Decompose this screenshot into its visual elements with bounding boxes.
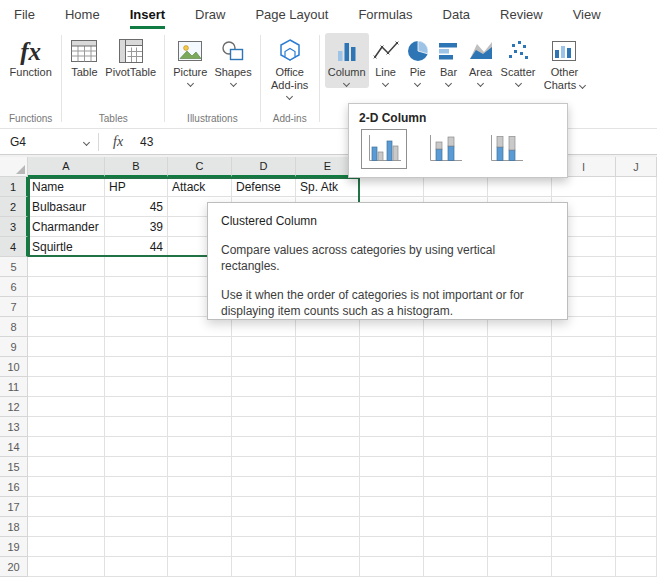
column-header-A[interactable]: A	[28, 157, 105, 177]
cell-A14[interactable]	[28, 437, 105, 457]
row-header-18[interactable]: 18	[0, 517, 28, 537]
cell-H8[interactable]	[488, 317, 552, 337]
cell-H16[interactable]	[488, 477, 552, 497]
cell-B8[interactable]	[105, 317, 168, 337]
tab-draw[interactable]: Draw	[195, 0, 225, 29]
cell-H12[interactable]	[488, 397, 552, 417]
cell-E18[interactable]	[296, 517, 360, 537]
cell-A2[interactable]: Bulbasaur	[28, 197, 105, 217]
cell-I17[interactable]	[552, 497, 616, 517]
cell-J20[interactable]	[616, 557, 657, 577]
office-addins-button[interactable]: Office Add-ins	[266, 33, 314, 101]
row-header-1[interactable]: 1	[0, 177, 28, 197]
cell-D11[interactable]	[232, 377, 296, 397]
cell-A20[interactable]	[28, 557, 105, 577]
row-header-10[interactable]: 10	[0, 357, 28, 377]
cell-E16[interactable]	[296, 477, 360, 497]
cell-E17[interactable]	[296, 497, 360, 517]
cell-I20[interactable]	[552, 557, 616, 577]
cell-F17[interactable]	[360, 497, 424, 517]
cell-G9[interactable]	[424, 337, 488, 357]
cell-J8[interactable]	[616, 317, 657, 337]
cell-C15[interactable]	[168, 457, 232, 477]
cell-C9[interactable]	[168, 337, 232, 357]
cell-A19[interactable]	[28, 537, 105, 557]
cell-F20[interactable]	[360, 557, 424, 577]
cell-J5[interactable]	[616, 257, 657, 277]
cell-C1[interactable]: Attack	[168, 177, 232, 197]
cell-B6[interactable]	[105, 277, 168, 297]
cell-A3[interactable]: Charmander	[28, 217, 105, 237]
cell-B11[interactable]	[105, 377, 168, 397]
cell-E11[interactable]	[296, 377, 360, 397]
cell-F19[interactable]	[360, 537, 424, 557]
cell-G8[interactable]	[424, 317, 488, 337]
cell-G17[interactable]	[424, 497, 488, 517]
cell-B20[interactable]	[105, 557, 168, 577]
cell-H13[interactable]	[488, 417, 552, 437]
cell-E15[interactable]	[296, 457, 360, 477]
row-header-16[interactable]: 16	[0, 477, 28, 497]
row-header-7[interactable]: 7	[0, 297, 28, 317]
cell-J6[interactable]	[616, 277, 657, 297]
cell-F13[interactable]	[360, 417, 424, 437]
cell-F11[interactable]	[360, 377, 424, 397]
row-header-9[interactable]: 9	[0, 337, 28, 357]
cell-A4[interactable]: Squirtle	[28, 237, 105, 257]
cell-I9[interactable]	[552, 337, 616, 357]
cell-J9[interactable]	[616, 337, 657, 357]
column-header-D[interactable]: D	[232, 157, 296, 177]
cell-D8[interactable]	[232, 317, 296, 337]
cell-H14[interactable]	[488, 437, 552, 457]
cell-A11[interactable]	[28, 377, 105, 397]
cell-G1[interactable]	[424, 177, 488, 197]
cell-D18[interactable]	[232, 517, 296, 537]
cell-B17[interactable]	[105, 497, 168, 517]
cell-D16[interactable]	[232, 477, 296, 497]
cell-G11[interactable]	[424, 377, 488, 397]
cell-I14[interactable]	[552, 437, 616, 457]
tab-home[interactable]: Home	[65, 0, 100, 29]
cell-J19[interactable]	[616, 537, 657, 557]
cell-F8[interactable]	[360, 317, 424, 337]
cell-B12[interactable]	[105, 397, 168, 417]
bar-chart-button[interactable]: Bar	[434, 33, 464, 88]
cell-J17[interactable]	[616, 497, 657, 517]
cell-H20[interactable]	[488, 557, 552, 577]
cell-H9[interactable]	[488, 337, 552, 357]
cell-I16[interactable]	[552, 477, 616, 497]
cell-D15[interactable]	[232, 457, 296, 477]
cell-D14[interactable]	[232, 437, 296, 457]
cell-B16[interactable]	[105, 477, 168, 497]
name-box[interactable]: G4	[0, 129, 98, 154]
cell-D19[interactable]	[232, 537, 296, 557]
clustered-column-option[interactable]	[361, 129, 407, 169]
cell-C18[interactable]	[168, 517, 232, 537]
cell-C16[interactable]	[168, 477, 232, 497]
cell-E8[interactable]	[296, 317, 360, 337]
cell-E14[interactable]	[296, 437, 360, 457]
row-header-5[interactable]: 5	[0, 257, 28, 277]
row-header-2[interactable]: 2	[0, 197, 28, 217]
pie-chart-button[interactable]: Pie	[403, 33, 433, 88]
cell-A6[interactable]	[28, 277, 105, 297]
cell-B9[interactable]	[105, 337, 168, 357]
cell-J16[interactable]	[616, 477, 657, 497]
cell-G10[interactable]	[424, 357, 488, 377]
hundred-percent-stacked-column-option[interactable]	[483, 129, 529, 169]
cell-B13[interactable]	[105, 417, 168, 437]
cell-I12[interactable]	[552, 397, 616, 417]
cell-G19[interactable]	[424, 537, 488, 557]
cell-J12[interactable]	[616, 397, 657, 417]
cell-B3[interactable]: 39	[105, 217, 168, 237]
cell-C11[interactable]	[168, 377, 232, 397]
cell-B1[interactable]: HP	[105, 177, 168, 197]
cell-C8[interactable]	[168, 317, 232, 337]
cell-I11[interactable]	[552, 377, 616, 397]
cell-H18[interactable]	[488, 517, 552, 537]
cell-D12[interactable]	[232, 397, 296, 417]
column-header-J[interactable]: J	[616, 157, 657, 177]
cell-C13[interactable]	[168, 417, 232, 437]
cell-G20[interactable]	[424, 557, 488, 577]
row-header-6[interactable]: 6	[0, 277, 28, 297]
